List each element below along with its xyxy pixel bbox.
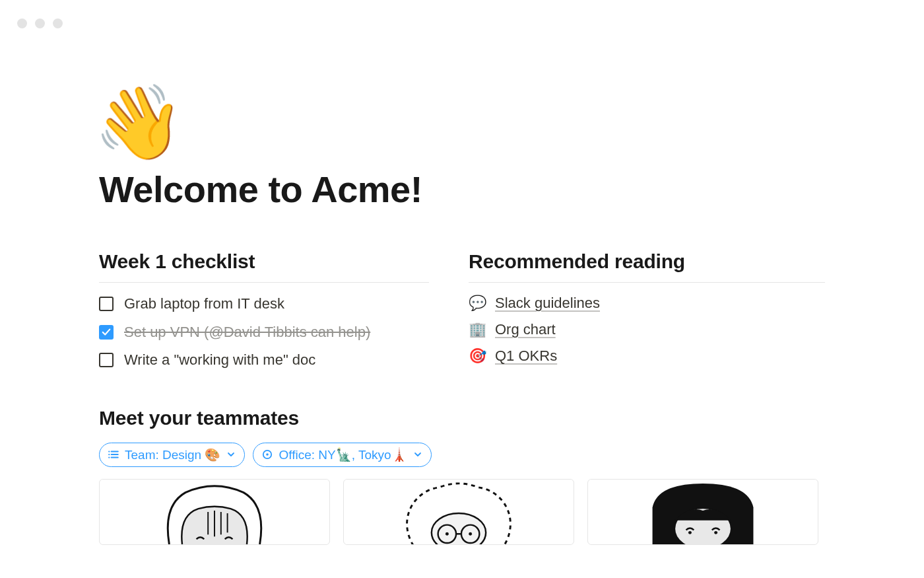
svg-point-18 [446, 532, 449, 536]
svg-point-4 [108, 454, 110, 455]
target-icon: 🎯 [469, 347, 487, 365]
todo-text[interactable]: Grab laptop from IT desk [124, 295, 284, 314]
todo-item[interactable]: Grab laptop from IT desk [99, 295, 429, 314]
svg-point-3 [108, 451, 110, 452]
page-link[interactable]: 💬 Slack guidelines [469, 295, 825, 312]
checkbox-unchecked-icon[interactable] [99, 353, 114, 367]
window-traffic-lights [17, 18, 63, 28]
page-link[interactable]: 🏢 Org chart [469, 321, 825, 338]
teammate-card[interactable] [343, 479, 574, 545]
link-text[interactable]: Q1 OKRs [495, 347, 557, 365]
filter-label: Team: Design 🎨 [125, 447, 220, 462]
svg-point-5 [108, 457, 110, 458]
checkbox-checked-icon[interactable] [99, 325, 114, 340]
filter-office[interactable]: Office: NY🗽, Tokyo🗼 [253, 443, 431, 467]
todo-text[interactable]: Set up VPN (@David Tibbits can help) [124, 323, 370, 342]
chevron-down-icon [414, 451, 422, 458]
svg-point-7 [267, 453, 269, 456]
checkbox-unchecked-icon[interactable] [99, 297, 114, 311]
page-link[interactable]: 🎯 Q1 OKRs [469, 347, 825, 365]
teammates-heading[interactable]: Meet your teammates [99, 407, 825, 429]
window-dot [53, 18, 63, 28]
checklist-heading[interactable]: Week 1 checklist [99, 250, 429, 273]
speech-bubble-icon: 💬 [469, 295, 487, 312]
link-text[interactable]: Slack guidelines [495, 295, 600, 312]
svg-point-19 [469, 532, 472, 536]
window-dot [35, 18, 45, 28]
filter-team[interactable]: Team: Design 🎨 [99, 443, 245, 467]
teammate-card[interactable] [587, 479, 818, 545]
teammate-card[interactable] [99, 479, 330, 545]
window-dot [17, 18, 27, 28]
list-icon [108, 449, 119, 460]
chevron-down-icon [227, 451, 235, 458]
page-title[interactable]: Welcome to Acme! [99, 168, 825, 211]
page-emoji-icon[interactable]: 👋 [94, 86, 184, 159]
divider [469, 282, 825, 283]
building-icon: 🏢 [469, 321, 487, 338]
svg-point-22 [688, 531, 692, 534]
crosshair-icon [261, 449, 273, 460]
link-text[interactable]: Org chart [495, 321, 556, 338]
svg-point-23 [714, 531, 717, 534]
reading-section: Recommended reading 💬 Slack guidelines 🏢… [469, 250, 825, 370]
divider [99, 282, 429, 283]
todo-item[interactable]: Set up VPN (@David Tibbits can help) [99, 323, 429, 342]
todo-text[interactable]: Write a "working with me" doc [124, 351, 315, 370]
checklist-section: Week 1 checklist Grab laptop from IT des… [99, 250, 429, 370]
todo-item[interactable]: Write a "working with me" doc [99, 351, 429, 370]
page-content: 👋 Welcome to Acme! Week 1 checklist Grab… [99, 86, 825, 545]
teammates-section: Meet your teammates Team: Design 🎨 [99, 407, 825, 545]
filter-label: Office: NY🗽, Tokyo🗼 [279, 447, 407, 462]
reading-heading[interactable]: Recommended reading [469, 250, 825, 273]
